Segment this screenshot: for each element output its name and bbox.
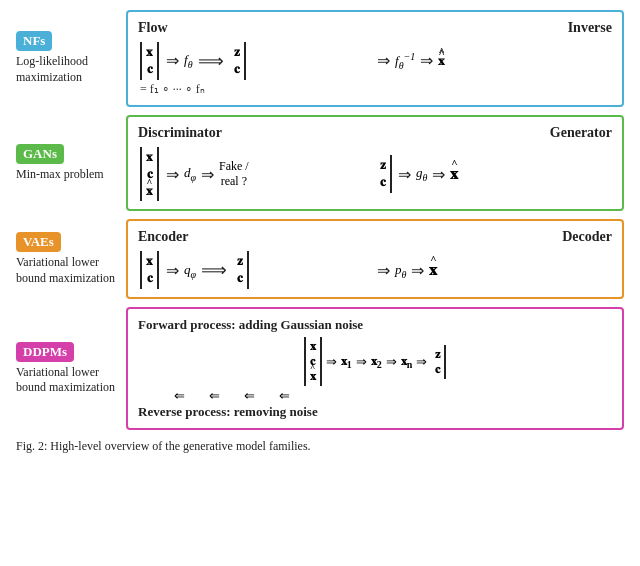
nf-c2: 𝐜	[234, 61, 240, 78]
nf-z-bracket: 𝐳 𝐜	[230, 42, 246, 80]
vae-box: Encoder Decoder 𝐱 𝐜 ⇒ qφ ⟹ 𝐳 𝐜	[126, 219, 624, 299]
gan-col-left: 𝐱 𝐜 ^𝐱 ⇒ dφ ⇒ Fake /real ?	[138, 147, 375, 202]
vae-arrow2: ⇒	[377, 261, 390, 280]
gan-disc-title: Discriminator	[138, 125, 222, 141]
ddpm-row: DDPMs Variational lower bound maximizati…	[16, 307, 624, 430]
gan-col-right: 𝐳 𝐜 ⇒ gθ ⇒ ^𝐱	[375, 155, 612, 193]
ddpm-forward-label: Forward process: adding Gaussian noise	[138, 317, 612, 333]
nf-badge: NFs	[16, 31, 52, 51]
nf-double-arrow: ⟹	[198, 50, 224, 72]
vae-two-col: 𝐱 𝐜 ⇒ qφ ⟹ 𝐳 𝐜 ⇒ pθ ⇒ ^𝐱	[138, 251, 612, 289]
ddpm-rev-arr1: ⇐	[174, 388, 185, 404]
vae-row: VAEs Variational lower bound maximizatio…	[16, 219, 624, 299]
vae-result: ^𝐱	[429, 261, 437, 279]
ddpm-reverse-row: ⇐ ⇐ ⇐ ⇐	[138, 388, 612, 404]
nf-arrow1: ⇒	[166, 51, 179, 70]
ddpm-z: 𝐳	[435, 347, 440, 362]
vae-x: 𝐱	[146, 253, 153, 270]
gan-row: GANs Min-max problem Discriminator Gener…	[16, 115, 624, 212]
gan-arrow3: ⇒	[398, 165, 411, 184]
vae-label-col: VAEs Variational lower bound maximizatio…	[16, 219, 126, 299]
gan-x: 𝐱	[146, 149, 153, 166]
gan-disc-fn: dφ	[184, 165, 196, 183]
gan-z: 𝐳	[380, 157, 386, 174]
ddpm-bx: 𝐱	[310, 339, 316, 354]
ddpm-x2: 𝐱2	[371, 354, 382, 370]
vae-desc: Variational lower bound maximization	[16, 255, 120, 286]
gan-gen-title: Generator	[550, 125, 612, 141]
nf-inv-fn: fθ−1	[395, 51, 415, 71]
gan-two-col: 𝐱 𝐜 ^𝐱 ⇒ dφ ⇒ Fake /real ? 𝐳 𝐜	[138, 147, 612, 202]
nf-desc: Log-likelihood maximization	[16, 54, 120, 85]
nf-two-col: 𝐱 𝐜 ⇒ fθ ⟹ 𝐳 𝐜 ⇒ fθ−1 ⇒	[138, 42, 612, 80]
ddpm-fwd-arr1: ⇒	[326, 354, 337, 370]
gan-input-bracket: 𝐱 𝐜 ^𝐱	[140, 147, 159, 202]
gan-arrow4: ⇒	[432, 165, 445, 184]
gan-xhat: ^𝐱	[146, 183, 153, 200]
ddpm-middle-row: 𝐱 𝐜 ^𝐱 ⇒ 𝐱1 ⇒ 𝐱2 ⇒ 𝐱n ⇒ 𝐳 𝐜	[138, 337, 612, 386]
ddpm-x1: 𝐱1	[341, 354, 352, 370]
nf-x: 𝐱	[146, 44, 153, 61]
ddpm-bxhat: ^𝐱	[310, 369, 316, 384]
vae-col-right: ⇒ pθ ⇒ ^𝐱	[375, 261, 612, 280]
figure-caption: Fig. 2: High-level overview of the gener…	[16, 438, 624, 455]
diagram-container: NFs Log-likelihood maximization Flow Inv…	[16, 10, 624, 430]
gan-label-col: GANs Min-max problem	[16, 115, 126, 212]
ddpm-badge: DDPMs	[16, 342, 74, 362]
vae-box-header: Encoder Decoder	[138, 229, 612, 245]
gan-fake-real: Fake /real ?	[219, 159, 249, 190]
nf-inverse-title: Inverse	[568, 20, 612, 36]
gan-c2: 𝐜	[380, 174, 386, 191]
vae-dec-title: Decoder	[562, 229, 612, 245]
gan-badge: GANs	[16, 144, 64, 164]
vae-dec-fn: pθ	[395, 262, 406, 280]
gan-box-header: Discriminator Generator	[138, 125, 612, 141]
ddpm-fwd-arr4: ⇒	[416, 354, 427, 370]
vae-c2: 𝐜	[237, 270, 243, 287]
nf-flow-fn: fθ	[184, 52, 193, 70]
ddpm-z-bracket: 𝐳 𝐜	[431, 345, 446, 379]
nf-arrow3: ⇒	[420, 51, 433, 70]
nf-flow-title: Flow	[138, 20, 168, 36]
vae-enc-title: Encoder	[138, 229, 189, 245]
vae-badge: VAEs	[16, 232, 61, 252]
ddpm-box: Forward process: adding Gaussian noise 𝐱…	[126, 307, 624, 430]
gan-desc: Min-max problem	[16, 167, 104, 183]
ddpm-desc: Variational lower bound maximization	[16, 365, 120, 396]
vae-input-bracket: 𝐱 𝐜	[140, 251, 159, 289]
nf-box-header: Flow Inverse	[138, 20, 612, 36]
nf-result: ^ 𝐱	[438, 53, 445, 69]
nf-z: 𝐳	[234, 44, 240, 61]
nf-col-right: ⇒ fθ−1 ⇒ ^ 𝐱	[375, 51, 612, 71]
nf-row: NFs Log-likelihood maximization Flow Inv…	[16, 10, 624, 107]
ddpm-rev-arr2: ⇐	[209, 388, 220, 404]
ddpm-reverse-label: Reverse process: removing noise	[138, 404, 612, 420]
ddpm-c-out: 𝐜	[435, 362, 440, 377]
vae-c: 𝐜	[147, 270, 153, 287]
vae-z: 𝐳	[237, 253, 243, 270]
nf-box: Flow Inverse 𝐱 𝐜 ⇒ fθ ⟹ 𝐳 𝐜	[126, 10, 624, 107]
ddpm-rev-arr3: ⇐	[244, 388, 255, 404]
gan-result: ^𝐱	[450, 165, 458, 183]
vae-enc-fn: qφ	[184, 262, 196, 280]
nf-input-bracket: 𝐱 𝐜	[140, 42, 159, 80]
vae-arrow3: ⇒	[411, 261, 424, 280]
gan-box: Discriminator Generator 𝐱 𝐜 ^𝐱 ⇒ dφ ⇒ Fa	[126, 115, 624, 212]
gan-arrow1: ⇒	[166, 165, 179, 184]
gan-z-bracket: 𝐳 𝐜	[376, 155, 392, 193]
nf-formula: = f₁ ∘ ··· ∘ fₙ	[138, 82, 612, 97]
ddpm-xn: 𝐱n	[401, 354, 413, 370]
ddpm-fwd-arr2: ⇒	[356, 354, 367, 370]
ddpm-input-bracket: 𝐱 𝐜 ^𝐱	[304, 337, 322, 386]
ddpm-label-col: DDPMs Variational lower bound maximizati…	[16, 307, 126, 430]
vae-double-arrow: ⟹	[201, 259, 227, 281]
gan-gen-fn: gθ	[416, 165, 427, 183]
vae-z-bracket: 𝐳 𝐜	[233, 251, 249, 289]
nf-c: 𝐜	[147, 61, 153, 78]
vae-col-left: 𝐱 𝐜 ⇒ qφ ⟹ 𝐳 𝐜	[138, 251, 375, 289]
gan-arrow2: ⇒	[201, 165, 214, 184]
nf-col-left: 𝐱 𝐜 ⇒ fθ ⟹ 𝐳 𝐜	[138, 42, 375, 80]
nf-label-col: NFs Log-likelihood maximization	[16, 10, 126, 107]
ddpm-rev-arr4: ⇐	[279, 388, 290, 404]
nf-arrow2: ⇒	[377, 51, 390, 70]
